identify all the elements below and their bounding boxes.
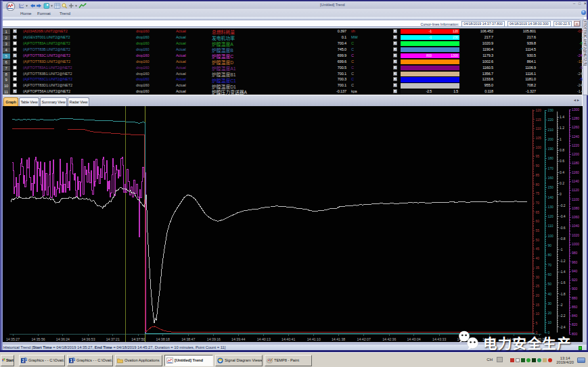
svg-text:1300: 1300 <box>572 107 579 112</box>
svg-text:940: 940 <box>572 269 578 273</box>
svg-text:1160: 1160 <box>572 170 579 174</box>
svg-text:1120: 1120 <box>572 188 579 192</box>
svg-text:1060: 1060 <box>572 215 579 219</box>
svg-text:1040: 1040 <box>572 224 579 228</box>
svg-text:10: 10 <box>548 320 552 324</box>
svg-text:1140: 1140 <box>572 179 579 183</box>
svg-text:170: 170 <box>548 166 554 170</box>
svg-text:-2.2: -2.2 <box>560 314 566 318</box>
svg-text:30: 30 <box>548 301 552 305</box>
svg-text:0.6: 0.6 <box>560 159 564 163</box>
svg-text:1220: 1220 <box>572 143 579 147</box>
svg-text:100: 100 <box>548 234 554 238</box>
svg-text:45: 45 <box>536 247 540 251</box>
svg-text:-0.4: -0.4 <box>560 214 566 218</box>
svg-text:115: 115 <box>536 118 541 122</box>
svg-text:60: 60 <box>536 219 540 223</box>
svg-text:-2.4: -2.4 <box>560 325 566 329</box>
svg-text:50: 50 <box>548 282 552 286</box>
svg-text:200: 200 <box>548 137 554 141</box>
svg-text:14:37:21: 14:37:21 <box>106 337 120 341</box>
svg-text:0.8: 0.8 <box>560 148 564 152</box>
svg-text:-1: -1 <box>560 247 563 251</box>
svg-text:5: 5 <box>536 321 538 325</box>
svg-text:14:42:07: 14:42:07 <box>357 337 371 341</box>
svg-text:210: 210 <box>548 128 554 132</box>
svg-text:110: 110 <box>548 224 553 228</box>
svg-text:80: 80 <box>548 253 552 257</box>
svg-text:90: 90 <box>536 164 540 168</box>
svg-text:880: 880 <box>572 296 578 300</box>
svg-text:14:36:53: 14:36:53 <box>81 337 95 341</box>
svg-text:1080: 1080 <box>572 206 579 210</box>
svg-text:14:42:36: 14:42:36 <box>382 337 396 341</box>
svg-text:1280: 1280 <box>572 116 579 120</box>
svg-text:900: 900 <box>572 287 578 291</box>
svg-text:920: 920 <box>572 278 578 282</box>
svg-text:230: 230 <box>548 108 554 112</box>
svg-text:14:35:27: 14:35:27 <box>6 337 20 341</box>
svg-text:1200: 1200 <box>572 152 579 156</box>
svg-text:0: 0 <box>560 192 562 196</box>
svg-text:14:41:38: 14:41:38 <box>332 337 345 341</box>
svg-text:85: 85 <box>536 173 540 177</box>
svg-text:25: 25 <box>536 284 540 288</box>
svg-text:130: 130 <box>548 205 554 209</box>
svg-text:14:43:04: 14:43:04 <box>407 337 420 341</box>
svg-text:15: 15 <box>536 303 540 307</box>
svg-text:150: 150 <box>548 185 554 189</box>
svg-text:60: 60 <box>548 272 552 276</box>
svg-text:14:38:47: 14:38:47 <box>181 337 195 341</box>
svg-text:14:39:44: 14:39:44 <box>231 337 245 341</box>
svg-text:40: 40 <box>548 292 552 296</box>
svg-text:1020: 1020 <box>572 233 579 237</box>
svg-text:220: 220 <box>548 118 554 122</box>
svg-text:-1.8: -1.8 <box>560 292 566 296</box>
svg-text:14:40:13: 14:40:13 <box>257 337 271 341</box>
svg-text:14:36:24: 14:36:24 <box>56 337 70 341</box>
svg-text:100: 100 <box>536 145 542 149</box>
svg-text:30: 30 <box>536 275 540 279</box>
svg-text:-0.2: -0.2 <box>560 203 566 207</box>
svg-text:840: 840 <box>572 314 578 318</box>
svg-text:980: 980 <box>572 251 578 255</box>
svg-text:860: 860 <box>572 305 578 309</box>
svg-text:1240: 1240 <box>572 134 579 139</box>
svg-text:1180: 1180 <box>572 161 579 165</box>
svg-text:960: 960 <box>572 260 578 264</box>
svg-text:1000: 1000 <box>572 242 579 246</box>
svg-text:75: 75 <box>536 191 540 195</box>
svg-text:160: 160 <box>548 176 554 180</box>
svg-text:14:41:10: 14:41:10 <box>307 337 321 341</box>
svg-text:14:38:18: 14:38:18 <box>156 337 170 341</box>
svg-text:14:35:56: 14:35:56 <box>31 337 45 341</box>
svg-text:1100: 1100 <box>572 197 579 201</box>
svg-text:-2: -2 <box>560 303 563 307</box>
svg-text:20: 20 <box>536 293 540 297</box>
svg-text:140: 140 <box>548 195 554 199</box>
svg-text:14:37:50: 14:37:50 <box>131 337 145 341</box>
svg-text:1.4: 1.4 <box>560 115 564 119</box>
svg-text:14:39:16: 14:39:16 <box>207 337 221 341</box>
svg-text:-0.6: -0.6 <box>560 226 566 230</box>
svg-text:1: 1 <box>560 137 562 141</box>
svg-text:190: 190 <box>548 147 554 151</box>
svg-text:105: 105 <box>536 136 542 140</box>
svg-text:40: 40 <box>536 256 540 260</box>
svg-text:110: 110 <box>536 126 541 130</box>
svg-text:1.2: 1.2 <box>560 126 564 130</box>
svg-text:90: 90 <box>548 243 552 247</box>
svg-text:55: 55 <box>536 228 540 233</box>
svg-text:0.2: 0.2 <box>560 181 564 185</box>
svg-text:10: 10 <box>536 312 540 316</box>
svg-text:0.4: 0.4 <box>560 170 564 174</box>
svg-text:35: 35 <box>536 266 540 270</box>
svg-text:50: 50 <box>536 238 540 242</box>
svg-text:820: 820 <box>572 322 578 326</box>
svg-text:70: 70 <box>548 263 552 267</box>
svg-text:14:43:33: 14:43:33 <box>432 337 446 341</box>
svg-text:20: 20 <box>548 311 552 315</box>
svg-text:120: 120 <box>548 214 554 218</box>
svg-text:95: 95 <box>536 154 540 158</box>
svg-text:-0.8: -0.8 <box>560 237 566 241</box>
